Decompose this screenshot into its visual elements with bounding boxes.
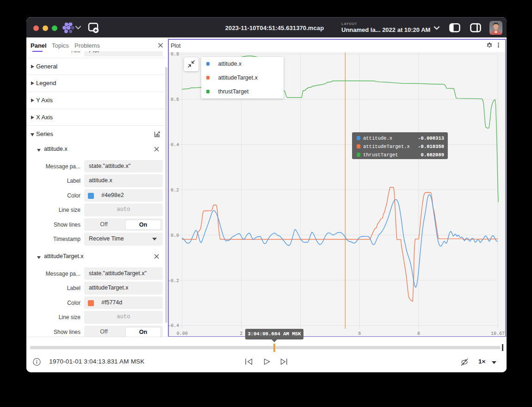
svg-text:0.2: 0.2	[171, 188, 179, 193]
svg-text:-0.4: -0.4	[169, 323, 179, 328]
svg-text:6: 6	[358, 331, 361, 336]
svg-text:10.67: 10.67	[491, 331, 505, 336]
svg-text:0.8: 0.8	[171, 52, 179, 57]
svg-text:0.0: 0.0	[171, 233, 179, 238]
svg-text:0.4: 0.4	[171, 142, 179, 148]
svg-text:8: 8	[417, 331, 420, 336]
svg-text:0.6: 0.6	[171, 97, 179, 102]
svg-text:2: 2	[240, 331, 242, 336]
svg-text:-0.2: -0.2	[169, 278, 179, 284]
svg-text:0.00: 0.00	[177, 331, 188, 336]
